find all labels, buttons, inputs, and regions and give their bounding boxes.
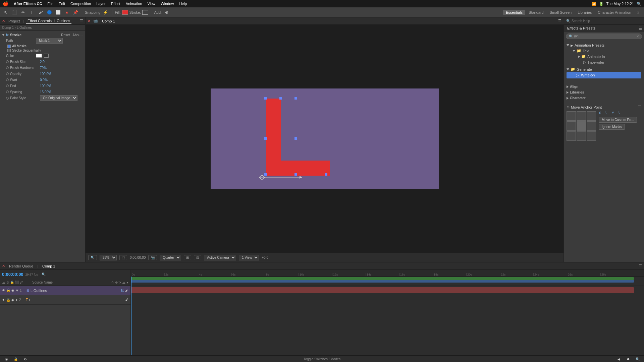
layer1-fx-icon[interactable]: fx xyxy=(121,289,124,292)
layer1-eye-icon[interactable]: 👁 xyxy=(2,289,5,292)
spacing-stopwatch[interactable] xyxy=(6,90,9,93)
search-help-input[interactable] xyxy=(572,19,641,23)
roto-tool[interactable]: 🔺 xyxy=(63,9,70,16)
clone-tool[interactable]: 🔵 xyxy=(46,9,53,16)
anchor-tl[interactable] xyxy=(567,111,576,121)
effects-presets-tab[interactable]: Effects & Presets xyxy=(566,25,597,31)
color-swatch-dark[interactable] xyxy=(44,54,49,58)
color-swatch-white[interactable] xyxy=(36,54,42,58)
anchor-bc[interactable] xyxy=(577,131,586,141)
fit-btn[interactable]: ⬚ xyxy=(119,255,127,260)
anchor-mr[interactable] xyxy=(587,121,596,131)
menu-view[interactable]: View xyxy=(148,2,156,6)
start-value[interactable]: 0.0% xyxy=(40,78,48,82)
brush-size-value[interactable]: 2.0 xyxy=(40,60,45,64)
workspace-libraries[interactable]: Libraries xyxy=(575,10,594,15)
anchor-bl[interactable] xyxy=(567,131,576,141)
panel-menu-icon-right[interactable]: ☰ xyxy=(639,26,642,31)
layer2-solo-icon[interactable]: ◉ xyxy=(11,298,14,302)
stroke-sequentially-checkbox[interactable] xyxy=(7,49,11,52)
puppet-tool[interactable]: 📌 xyxy=(72,9,79,16)
tl-search-btn[interactable]: 🔍 xyxy=(40,271,47,278)
panel-menu-icon[interactable]: ☰ xyxy=(80,19,83,23)
search-clear-icon[interactable]: ✕ xyxy=(636,35,639,38)
magnifier-icon[interactable]: 🔍 xyxy=(88,255,97,260)
tl-back-btn[interactable]: ◀ xyxy=(615,356,623,362)
eraser-tool[interactable]: ⬜ xyxy=(54,9,62,16)
tl-solo-icon[interactable]: ◉ xyxy=(3,356,10,362)
comp-panel-tab[interactable]: Comp 1 xyxy=(101,18,116,24)
write-on-item[interactable]: ▷ Write-on xyxy=(567,72,641,78)
tl-tab-render[interactable]: Render Queue xyxy=(8,263,35,269)
anchor-mc[interactable] xyxy=(577,121,586,131)
layer1-paint-icon[interactable]: 🖌 xyxy=(125,289,128,292)
quality-select[interactable]: Quarter xyxy=(160,255,181,260)
anchor-y-value[interactable]: .5 xyxy=(617,111,620,115)
text-tool[interactable]: T xyxy=(28,9,36,16)
stroke-color[interactable] xyxy=(142,10,148,15)
brush-hardness-value[interactable]: 79% xyxy=(40,66,47,70)
tl-zoom-btn[interactable]: 🔍 xyxy=(634,356,641,362)
select-tool[interactable]: ↖ xyxy=(2,9,9,16)
move-to-custom-btn[interactable]: Move to Custom Po... xyxy=(599,117,637,123)
panel-tab-effect-controls[interactable]: Effect Controls: L Outlines xyxy=(26,18,71,24)
character-section[interactable]: Character xyxy=(564,95,644,101)
libraries-section[interactable]: Libraries xyxy=(564,89,644,95)
opacity-value[interactable]: 100.0% xyxy=(40,72,51,76)
menu-animation[interactable]: Animation xyxy=(126,2,142,6)
search-input[interactable] xyxy=(574,35,635,38)
views-select[interactable]: 1 View xyxy=(239,255,259,260)
close-icon-comp[interactable]: ✕ xyxy=(88,19,91,23)
generate-header[interactable]: 📁 Generate xyxy=(567,66,641,72)
brush-size-stopwatch[interactable] xyxy=(6,60,9,63)
brush-hardness-stopwatch[interactable] xyxy=(6,66,9,69)
layer2-lock-icon[interactable]: 🔓 xyxy=(6,298,10,302)
start-stopwatch[interactable] xyxy=(6,78,9,81)
layer2-expand[interactable] xyxy=(16,299,18,301)
anchor-ml[interactable] xyxy=(567,121,576,131)
layer1-solo-icon[interactable]: ◉ xyxy=(11,289,14,292)
end-value[interactable]: 100.0% xyxy=(40,84,51,88)
anchor-tc[interactable] xyxy=(577,111,586,121)
timecode[interactable]: 0:00:00:00 xyxy=(2,272,23,277)
typewriter-row[interactable]: ▷ Typewriter xyxy=(567,59,641,65)
tl-tab-comp[interactable]: Comp 1 xyxy=(41,263,57,269)
anchor-x-value[interactable]: .5 xyxy=(604,111,606,115)
menu-layer[interactable]: Layer xyxy=(96,2,106,6)
text-section[interactable]: 📁 Text xyxy=(567,48,641,54)
opacity-stopwatch[interactable] xyxy=(6,72,9,75)
animation-presets-header[interactable]: ▶ Animation Presets xyxy=(567,43,641,48)
layer2-eye-icon[interactable]: 👁 xyxy=(2,298,5,302)
search-icon[interactable]: 🔍 xyxy=(637,2,641,6)
workspace-small-screen[interactable]: Small Screen xyxy=(547,10,574,15)
timeline-layer-1[interactable]: 👁 🔓 ◉ 1 ⊞ L Outlines fx 🖌 xyxy=(0,286,130,295)
grid-btn[interactable]: ⊞ xyxy=(184,255,191,260)
ignore-masks-btn[interactable]: Ignore Masks xyxy=(599,124,625,130)
menu-help[interactable]: Help xyxy=(179,2,187,6)
layer1-lock-icon[interactable]: 🔓 xyxy=(6,289,10,292)
tl-menu-icon[interactable]: ☰ xyxy=(639,264,642,268)
pen-tool[interactable]: ✏ xyxy=(19,9,27,16)
anchor-br[interactable] xyxy=(587,131,596,141)
align-section[interactable]: Align xyxy=(564,83,644,89)
breadcrumb-layer[interactable]: L Outlines xyxy=(17,26,32,29)
workspace-essentials[interactable]: Essentials xyxy=(503,10,525,15)
layer1-expand[interactable] xyxy=(16,290,18,292)
anchor-tr[interactable] xyxy=(587,111,596,121)
stroke-reset-btn[interactable]: Reset xyxy=(61,33,70,37)
comp-panel-menu[interactable]: ☰ xyxy=(558,19,561,23)
zoom-select[interactable]: 25% xyxy=(100,255,117,260)
breadcrumb-comp[interactable]: Comp 1 xyxy=(2,26,14,29)
menu-window[interactable]: Window xyxy=(161,2,174,6)
fill-color[interactable] xyxy=(122,10,128,15)
animate-in-row[interactable]: 📁 Animate In xyxy=(567,54,641,59)
menu-composition[interactable]: Composition xyxy=(70,2,91,6)
spacing-value[interactable]: 15.00% xyxy=(40,90,51,94)
paint-style-dropdown[interactable]: On Original Image xyxy=(40,95,77,101)
menu-edit[interactable]: Edit xyxy=(59,2,65,6)
tl-playhead[interactable] xyxy=(131,277,131,355)
expand-workspaces[interactable]: » xyxy=(635,9,642,16)
workspace-character-animation[interactable]: Character Animation xyxy=(595,10,634,15)
panel-tab-project[interactable]: Project xyxy=(7,18,21,24)
comp-viewer[interactable] xyxy=(86,25,564,253)
